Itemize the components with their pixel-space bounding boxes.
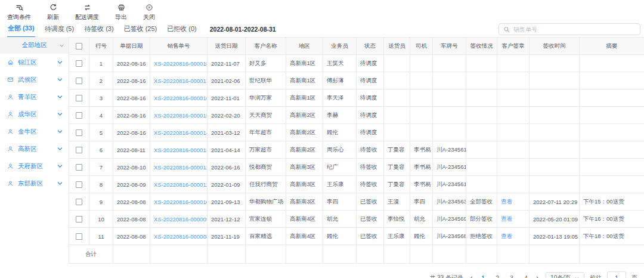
cell-salesperson: 王笑天	[323, 55, 357, 72]
row-checkbox[interactable]	[76, 147, 82, 153]
cell-delivery-date: 2021-12-12	[208, 211, 246, 228]
sidebar-item-jinjiang[interactable]: 锦江区	[0, 54, 69, 71]
toolbar-button-refresh[interactable]: 刷新	[47, 4, 59, 21]
cell-salesperson: 傅彭薄	[323, 72, 357, 89]
cell-region: 高新南3区	[286, 176, 323, 193]
prev-page-button[interactable]	[469, 276, 474, 278]
row-checkbox[interactable]	[76, 78, 82, 84]
cell-plate: 川A-234563	[433, 193, 466, 211]
sale-no-link[interactable]: XS-20220816-000017	[154, 78, 208, 84]
tab-rejected[interactable]: 已拒收 (0)	[166, 22, 197, 37]
cell-region: 高新南4区	[286, 228, 323, 245]
cell-salesperson: 李天泽	[323, 89, 357, 107]
tab-all[interactable]: 全部 (33)	[7, 21, 35, 38]
cell-driver: 顾伦	[410, 228, 433, 245]
sale-no-link[interactable]: XS-20220816-000010	[154, 199, 208, 205]
sale-no-link[interactable]: XS-20220816-000009	[154, 216, 208, 223]
table-row: 112022-08-08XS-20220816-0000082021-11-19…	[69, 228, 644, 245]
cell-deliverer: 王漫	[384, 193, 410, 211]
sidebar: 全部地区 锦江区武侯区青羊区成华区金牛区高新区天府新区东部新区	[0, 37, 69, 192]
sale-no-link[interactable]: XS-20220816-000012	[154, 164, 208, 171]
checkbox-cell	[69, 72, 89, 89]
cell-delivery-date: 2022-11-01	[208, 89, 246, 107]
table-row: 92022-08-08XS-20220816-0000102021-09-13华…	[69, 193, 644, 211]
header-checkbox-cell	[69, 38, 89, 55]
cell-salesperson: 李四	[323, 193, 357, 211]
view-signature-link[interactable]: 查看	[501, 198, 512, 205]
sale-no-link[interactable]: XS-20220816-000013	[154, 147, 208, 153]
cell-status: 待调度	[357, 55, 384, 72]
sale-no-link[interactable]: XS-20220816-000016	[154, 95, 208, 101]
toolbar-button-label: 刷新	[47, 13, 59, 21]
toolbar-button-query-conditions[interactable]: 查询条件	[7, 4, 31, 21]
person-icon	[7, 163, 14, 169]
cell-delivery-date: 2021-03-12	[208, 124, 246, 141]
row-checkbox[interactable]	[76, 216, 82, 223]
sidebar-item-eastern-new[interactable]: 东部新区	[0, 175, 69, 192]
toolbar-button-close[interactable]: 关闭	[143, 4, 155, 21]
search-box[interactable]	[499, 23, 640, 35]
page-number-1[interactable]: 1	[479, 275, 487, 278]
select-all-checkbox[interactable]	[76, 43, 82, 50]
sidebar-item-label: 武侯区	[18, 76, 37, 84]
page-number-4[interactable]: 4	[522, 275, 530, 278]
cell-sign-status	[466, 124, 497, 141]
page-number-2[interactable]: 2	[494, 275, 501, 278]
toolbar-button-dispatch-schedule[interactable]: 配送调度	[75, 4, 99, 21]
search-input[interactable]	[512, 26, 636, 33]
toolbar-button-export[interactable]: 导出	[115, 4, 127, 21]
goto-page-input[interactable]	[607, 271, 626, 278]
page-size-select[interactable]: 10条/页	[546, 272, 584, 278]
row-checkbox[interactable]	[76, 181, 82, 188]
row-checkbox[interactable]	[76, 60, 82, 67]
sidebar-item-wuhou[interactable]: 武侯区	[0, 71, 69, 88]
cell-region: 高新南1区	[286, 55, 323, 72]
view-signature-link[interactable]: 查看	[501, 215, 512, 222]
view-signature-link[interactable]: 查看	[501, 233, 512, 239]
orders-table: 行号单据日期销售单号送货日期客户名称地区业务员状态送货员司机车牌号签收情况客户签…	[69, 37, 644, 264]
checkbox-cell	[69, 176, 89, 193]
page-number-3[interactable]: 3	[508, 275, 515, 278]
tab-signed[interactable]: 已签收 (25)	[123, 22, 158, 37]
row-checkbox[interactable]	[76, 233, 82, 240]
tab-pending-dispatch[interactable]: 待调度 (5)	[44, 22, 75, 37]
home-icon	[7, 59, 14, 66]
cell-sale-no: XS-20220816-000016	[150, 89, 208, 107]
sale-no-link[interactable]: XS-20220816-000014	[154, 129, 208, 136]
table-row: 72022-08-10XS-20220816-0000122022-06-16悦…	[69, 159, 644, 176]
cell-region: 高新南2区	[286, 141, 323, 159]
cell-plate: 川A-234569	[433, 211, 466, 228]
sidebar-item-chenghua[interactable]: 成华区	[0, 106, 69, 123]
cell-customer: 华都购物广场	[246, 193, 286, 211]
sidebar-header-all-regions[interactable]: 全部地区	[0, 37, 69, 54]
sidebar-item-label: 高新区	[18, 145, 37, 153]
cell-status: 待调度	[357, 72, 384, 89]
goto-label: 前往	[590, 274, 602, 278]
sidebar-item-jinniu[interactable]: 金牛区	[0, 123, 69, 140]
row-checkbox[interactable]	[76, 112, 82, 119]
sidebar-item-qingyang[interactable]: 青羊区	[0, 88, 69, 106]
cell-delivery-date: 2022-06-16	[208, 159, 246, 176]
next-page-button[interactable]	[535, 276, 540, 278]
row-checkbox[interactable]	[76, 129, 82, 136]
row-checkbox[interactable]	[76, 164, 82, 171]
cell-status: 待签收	[357, 141, 384, 159]
sale-no-link[interactable]: XS-20220816-000011	[154, 181, 208, 188]
row-checkbox[interactable]	[76, 199, 82, 205]
filter-search-icon	[16, 4, 23, 11]
row-checkbox[interactable]	[76, 95, 82, 101]
cell-sign-time: 2022-01-13 19:05	[530, 228, 580, 245]
sidebar-item-gaoxin[interactable]: 高新区	[0, 140, 69, 157]
cell-status: 已签收	[357, 228, 384, 245]
cell-delivery-date: 2022-11-07	[208, 55, 246, 72]
page-size-value: 10条/页	[550, 274, 571, 278]
cell-status: 待签收	[357, 176, 384, 193]
sidebar-item-tianfu-new[interactable]: 天府新区	[0, 157, 69, 175]
cell-sign-time	[530, 107, 580, 124]
sale-no-link[interactable]: XS-20220816-000018	[154, 60, 208, 67]
cell-plate: 川A-234568	[433, 228, 466, 245]
sale-no-link[interactable]: XS-20220816-000015	[154, 112, 208, 119]
tab-pending-sign[interactable]: 待签收 (3)	[83, 22, 114, 37]
cell-driver	[410, 72, 433, 89]
sale-no-link[interactable]: XS-20220816-000008	[154, 233, 208, 240]
